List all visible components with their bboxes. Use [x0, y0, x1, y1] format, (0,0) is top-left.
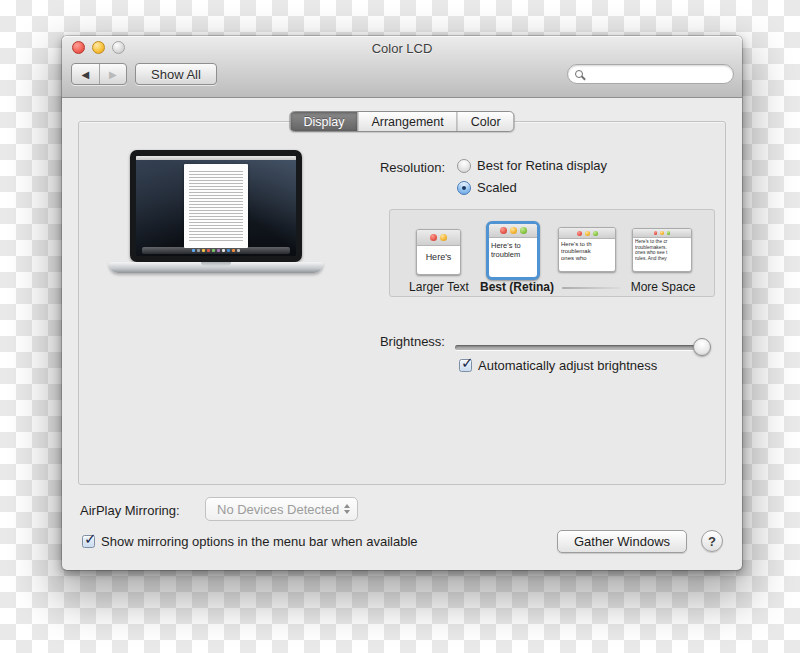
back-button[interactable]: ◀ [72, 64, 100, 84]
scale-label-best-retina: Best (Retina) [478, 280, 556, 294]
scaled-options-box: Here's Here's to troublem [389, 209, 715, 297]
question-mark-icon: ? [708, 534, 716, 549]
mini-minimize-icon [585, 231, 590, 236]
mini-close-icon [654, 231, 658, 235]
scale-option-more-space-2[interactable]: Here's to the cr troublemakers. ones who… [632, 228, 692, 272]
checkbox-checked-icon[interactable]: ✓ [459, 359, 472, 372]
brightness-label: Brightness: [295, 334, 445, 349]
brightness-slider-track[interactable] [455, 345, 709, 350]
airplay-popup-value: No Devices Detected [217, 502, 344, 517]
popup-stepper-icon [344, 504, 350, 514]
mini-zoom-icon [593, 231, 598, 236]
mini-window-text: Here's to th troublemak ones who [559, 239, 615, 263]
scale-option-larger-text[interactable]: Here's [416, 229, 461, 275]
resolution-label: Resolution: [295, 160, 445, 175]
search-input[interactable] [587, 67, 717, 81]
brightness-slider[interactable] [455, 338, 709, 356]
mini-zoom-icon [520, 227, 527, 234]
search-field[interactable] [567, 64, 734, 84]
nav-buttons: ◀ ▶ [71, 63, 127, 85]
macbook-document-window [184, 164, 248, 248]
brightness-slider-knob[interactable] [693, 338, 711, 356]
radio-scaled[interactable]: Scaled [457, 180, 517, 195]
show-all-button[interactable]: Show All [135, 63, 217, 85]
auto-brightness-label: Automatically adjust brightness [478, 358, 657, 373]
tab-arrangement[interactable]: Arrangement [357, 112, 456, 131]
radio-icon-unselected[interactable] [457, 159, 471, 173]
forward-button-disabled: ▶ [100, 64, 127, 84]
macbook-base-notch [201, 262, 231, 266]
mini-minimize-icon [660, 231, 664, 235]
macbook-dock [142, 247, 290, 254]
mini-close-icon [577, 231, 582, 236]
scale-option-best-retina[interactable]: Here's to troublem [486, 221, 540, 280]
help-button[interactable]: ? [701, 530, 723, 552]
mini-zoom-icon [667, 231, 671, 235]
tab-color[interactable]: Color [457, 112, 514, 131]
titlebar[interactable]: Color LCD [62, 36, 742, 60]
macbook-document-textlines [189, 171, 243, 243]
macbook-base [109, 262, 323, 273]
transparent-checkerboard-background: Color LCD ◀ ▶ Show All [0, 0, 800, 653]
window-title: Color LCD [62, 41, 742, 56]
preferences-window: Color LCD ◀ ▶ Show All [62, 36, 742, 570]
mini-window-titlebar [417, 230, 460, 246]
mini-window-text: Here's [417, 246, 460, 263]
toolbar: ◀ ▶ Show All [62, 60, 742, 98]
search-icon [575, 70, 583, 78]
scale-label-larger-text: Larger Text [392, 280, 486, 294]
mini-minimize-icon [440, 234, 447, 241]
mini-window-titlebar [633, 229, 691, 238]
scale-label-more-space: More Space [620, 280, 706, 294]
mini-window-text: Here's to troublem [489, 238, 537, 260]
scale-option-more-space-1[interactable]: Here's to th troublemak ones who [558, 227, 616, 272]
macbook-menubar [136, 156, 296, 160]
mini-close-icon [430, 234, 437, 241]
window-header: Color LCD ◀ ▶ Show All [62, 36, 742, 98]
mirroring-options-checkbox-row[interactable]: ✓ Show mirroring options in the menu bar… [82, 534, 418, 549]
radio-best-for-retina[interactable]: Best for Retina display [457, 158, 607, 173]
mini-minimize-icon [510, 227, 517, 234]
airplay-devices-popup-disabled: No Devices Detected [205, 497, 358, 521]
tab-bar: Display Arrangement Color [289, 111, 514, 132]
mini-window-titlebar [559, 228, 615, 239]
mini-close-icon [500, 227, 507, 234]
mini-window-text: Here's to the cr troublemakers. ones who… [633, 238, 691, 262]
radio-icon-selected[interactable] [457, 181, 471, 195]
mirroring-options-label: Show mirroring options in the menu bar w… [101, 534, 418, 549]
macbook-screen [130, 150, 302, 262]
forward-arrow-icon: ▶ [109, 69, 117, 80]
scale-tick-line [562, 287, 620, 289]
mini-window-titlebar [489, 224, 537, 238]
display-settings-pane: Resolution: Best for Retina display Scal… [78, 121, 726, 485]
back-arrow-icon: ◀ [81, 69, 89, 80]
airplay-mirroring-label: AirPlay Mirroring: [80, 503, 180, 518]
auto-brightness-checkbox-row[interactable]: ✓ Automatically adjust brightness [459, 358, 657, 373]
checkbox-checked-icon[interactable]: ✓ [82, 535, 95, 548]
tab-display[interactable]: Display [290, 112, 357, 131]
gather-windows-button[interactable]: Gather Windows [557, 530, 687, 553]
